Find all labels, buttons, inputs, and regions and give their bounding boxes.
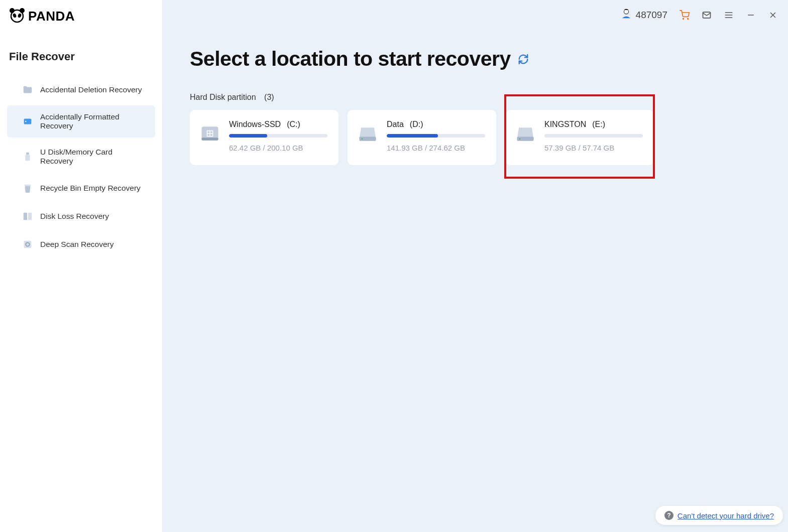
svg-point-14 xyxy=(624,10,628,14)
svg-point-16 xyxy=(688,18,689,19)
mail-icon[interactable] xyxy=(702,10,712,20)
folder-icon xyxy=(22,84,33,95)
close-button[interactable] xyxy=(768,10,778,20)
drive-icon xyxy=(199,123,221,145)
svg-rect-28 xyxy=(207,131,209,134)
deep-scan-icon xyxy=(22,239,33,250)
usage-progress xyxy=(229,134,327,138)
user-id-label: 487097 xyxy=(636,10,667,21)
drive-card-c[interactable]: Windows-SSD(C:)62.42 GB / 200.10 GB xyxy=(190,110,339,165)
sidebar-item-label: Accidentally Formatted Recovery xyxy=(40,112,146,130)
svg-rect-30 xyxy=(207,134,209,136)
svg-rect-12 xyxy=(24,241,32,248)
drive-name: Windows-SSD xyxy=(229,120,281,129)
svg-rect-11 xyxy=(28,213,32,220)
refresh-icon[interactable] xyxy=(518,54,529,65)
sidebar-item-label: Disk Loss Recovery xyxy=(40,212,109,221)
svg-rect-10 xyxy=(24,213,27,220)
svg-point-35 xyxy=(519,138,521,140)
sidebar-item-label: Accidental Deletion Recovery xyxy=(40,85,142,94)
usage-progress xyxy=(544,134,643,138)
svg-point-2 xyxy=(20,8,25,13)
svg-rect-9 xyxy=(25,185,31,186)
svg-point-1 xyxy=(10,8,15,13)
drive-icon xyxy=(514,123,536,145)
question-icon: ? xyxy=(664,511,673,520)
svg-rect-8 xyxy=(25,155,30,161)
sidebar-item-label: U Disk/Memory Card Recovery xyxy=(40,148,146,166)
menu-icon[interactable] xyxy=(724,10,734,20)
svg-point-15 xyxy=(683,18,684,19)
drive-letter: (C:) xyxy=(287,120,300,129)
avatar-icon xyxy=(621,8,632,22)
trash-icon xyxy=(22,183,33,194)
drive-card-d[interactable]: Data(D:)141.93 GB / 274.62 GB xyxy=(348,110,496,165)
topbar: 487097 xyxy=(621,8,778,22)
disk-loss-icon xyxy=(22,211,33,222)
svg-rect-26 xyxy=(202,138,218,141)
minimize-button[interactable] xyxy=(746,10,756,20)
drive-usage: 62.42 GB / 200.10 GB xyxy=(229,144,327,152)
sidebar: PANDA File Recover Accidental Deletion R… xyxy=(0,0,163,532)
main-panel: 487097 Select a location to start recove… xyxy=(163,0,788,532)
svg-rect-5 xyxy=(24,119,32,124)
sidebar-item-label: Recycle Bin Empty Recovery xyxy=(40,184,141,193)
usage-progress xyxy=(387,134,485,138)
svg-rect-7 xyxy=(26,153,29,155)
svg-rect-29 xyxy=(210,131,212,134)
sidebar-item-2[interactable]: U Disk/Memory Card Recovery xyxy=(7,141,155,173)
drive-name: Data xyxy=(387,120,404,129)
page-title: Select a location to start recovery xyxy=(190,47,511,71)
section-label: Hard Disk partition (3) xyxy=(190,93,761,102)
sidebar-item-4[interactable]: Disk Loss Recovery xyxy=(7,204,155,229)
drive-card-e[interactable]: KINGSTON(E:)57.39 GB / 57.74 GB xyxy=(505,110,654,165)
svg-rect-31 xyxy=(210,134,212,136)
usb-icon xyxy=(22,151,33,162)
help-pill[interactable]: ? Can't detect your hard drive? xyxy=(655,506,783,525)
sidebar-item-5[interactable]: Deep Scan Recovery xyxy=(7,232,155,257)
drive-format-icon xyxy=(22,116,33,127)
drive-usage: 141.93 GB / 274.62 GB xyxy=(387,144,485,152)
sidebar-item-label: Deep Scan Recovery xyxy=(40,240,114,249)
sidebar-item-0[interactable]: Accidental Deletion Recovery xyxy=(7,77,155,102)
drive-letter: (D:) xyxy=(410,120,423,129)
user-indicator[interactable]: 487097 xyxy=(621,8,667,22)
sidebar-title: File Recover xyxy=(0,50,162,63)
cart-icon[interactable] xyxy=(680,10,690,20)
sidebar-item-1[interactable]: Accidentally Formatted Recovery xyxy=(7,105,155,138)
drive-usage: 57.39 GB / 57.74 GB xyxy=(544,144,643,152)
sidebar-item-3[interactable]: Recycle Bin Empty Recovery xyxy=(7,176,155,201)
app-logo: PANDA xyxy=(0,7,162,25)
drive-name: KINGSTON xyxy=(544,120,586,129)
logo-text: PANDA xyxy=(28,9,75,24)
help-link[interactable]: Can't detect your hard drive? xyxy=(678,511,774,520)
drive-icon xyxy=(357,123,379,145)
drive-letter: (E:) xyxy=(592,120,605,129)
svg-point-6 xyxy=(25,121,26,122)
svg-point-33 xyxy=(362,138,363,140)
panda-icon xyxy=(9,7,25,25)
